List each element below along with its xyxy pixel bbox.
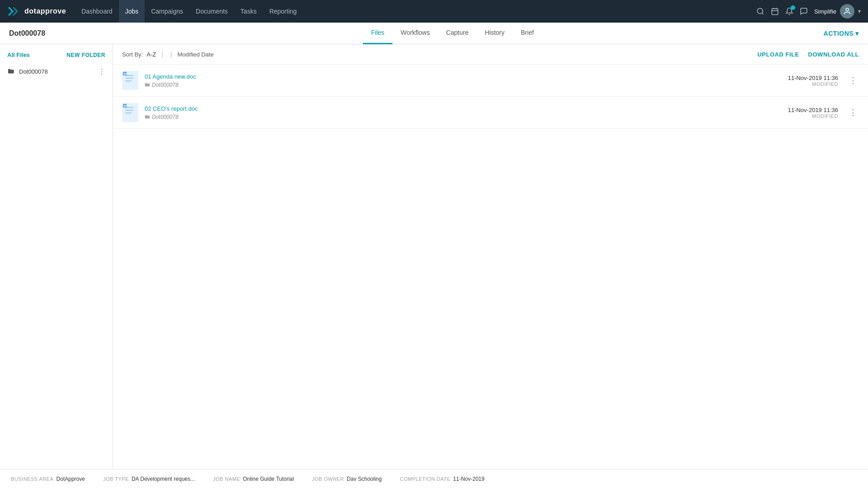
svg-rect-1 bbox=[772, 9, 778, 15]
file-folder-icon bbox=[145, 114, 150, 120]
nav-tasks[interactable]: Tasks bbox=[234, 0, 263, 23]
nav-reporting[interactable]: Reporting bbox=[263, 0, 303, 23]
file-area: Sort By: A-Z | | Modified Date UPLOAD FI… bbox=[113, 44, 868, 469]
sort-value[interactable]: A-Z bbox=[146, 51, 156, 58]
job-owner-label: JOB OWNER bbox=[312, 476, 344, 482]
calendar-button[interactable] bbox=[771, 7, 779, 15]
user-dropdown-icon[interactable]: ▾ bbox=[858, 8, 861, 14]
notification-badge bbox=[791, 5, 795, 10]
file-folder-name: Dot000078 bbox=[152, 82, 179, 88]
tab-capture[interactable]: Capture bbox=[438, 23, 477, 44]
toolbar-right: UPLOAD FILE DOWNLOAD ALL bbox=[757, 51, 859, 58]
footer-business-area: BUSINESS AREA DotApprove bbox=[11, 476, 85, 482]
file-list: W 01 Agenda new.doc Dot000078 bbox=[113, 65, 868, 129]
nav-right: Simplifie ▾ bbox=[756, 4, 861, 19]
file-doc-icon: W bbox=[122, 71, 138, 90]
user-area[interactable]: Simplifie ▾ bbox=[814, 4, 861, 19]
file-doc-icon: W bbox=[122, 103, 138, 122]
user-name: Simplifie bbox=[814, 8, 836, 15]
job-type-value: DA Development reques... bbox=[132, 476, 195, 482]
file-info: 01 Agenda new.doc Dot000078 bbox=[145, 73, 788, 88]
sidebar: All Files NEW FOLDER Dot000078 ⋮ bbox=[0, 44, 113, 469]
file-status: MODIFIED bbox=[788, 81, 838, 87]
business-area-label: BUSINESS AREA bbox=[11, 476, 54, 482]
file-meta: 11-Nov-2019 11:36 MODIFIED bbox=[788, 75, 838, 87]
footer-job-owner: JOB OWNER Dav Schooling bbox=[312, 476, 382, 482]
logo-area[interactable]: dotapprove bbox=[7, 6, 66, 17]
folder-icon bbox=[7, 68, 15, 76]
file-name[interactable]: 01 Agenda new.doc bbox=[145, 73, 788, 80]
business-area-value: DotApprove bbox=[57, 476, 85, 482]
file-info: 02 CEO's report.doc Dot000078 bbox=[145, 105, 788, 120]
sidebar-header: All Files NEW FOLDER bbox=[0, 52, 113, 64]
download-all-button[interactable]: DOWNLOAD ALL bbox=[808, 51, 859, 58]
nav-documents[interactable]: Documents bbox=[189, 0, 234, 23]
svg-point-0 bbox=[757, 8, 763, 14]
file-item[interactable]: W 01 Agenda new.doc Dot000078 bbox=[113, 65, 868, 97]
completion-date-label: COMPLETION DATE bbox=[400, 476, 450, 482]
nav-jobs[interactable]: Jobs bbox=[119, 0, 145, 23]
top-navigation: dotapprove Dashboard Jobs Campaigns Docu… bbox=[0, 0, 868, 23]
file-status: MODIFIED bbox=[788, 113, 838, 119]
sort-by-label: Sort By: bbox=[122, 51, 143, 58]
search-button[interactable] bbox=[756, 7, 764, 15]
upload-file-button[interactable]: UPLOAD FILE bbox=[757, 51, 799, 58]
new-folder-button[interactable]: NEW FOLDER bbox=[66, 52, 105, 58]
file-date: 11-Nov-2019 11:36 bbox=[788, 75, 838, 81]
modified-date-label[interactable]: Modified Date bbox=[177, 51, 213, 58]
app-name: dotapprove bbox=[24, 7, 66, 15]
folder-more-icon[interactable]: ⋮ bbox=[98, 67, 105, 76]
sidebar-folder-item[interactable]: Dot000078 ⋮ bbox=[0, 64, 113, 80]
notifications-button[interactable] bbox=[785, 7, 793, 15]
file-folder: Dot000078 bbox=[145, 82, 788, 88]
job-name-label: JOB NAME bbox=[213, 476, 240, 482]
tab-history[interactable]: History bbox=[476, 23, 513, 44]
svg-text:W: W bbox=[123, 104, 127, 108]
file-meta: 11-Nov-2019 11:36 MODIFIED bbox=[788, 107, 838, 119]
job-type-label: JOB TYPE bbox=[103, 476, 129, 482]
file-more-button[interactable]: ⋮ bbox=[847, 108, 859, 117]
tab-files[interactable]: Files bbox=[363, 23, 393, 44]
footer-completion-date: COMPLETION DATE 11-Nov-2019 bbox=[400, 476, 484, 482]
file-toolbar: Sort By: A-Z | | Modified Date UPLOAD FI… bbox=[113, 44, 868, 65]
job-owner-value: Dav Schooling bbox=[347, 476, 382, 482]
tab-workflows[interactable]: Workflows bbox=[392, 23, 438, 44]
svg-text:W: W bbox=[123, 72, 127, 75]
footer: BUSINESS AREA DotApprove JOB TYPE DA Dev… bbox=[0, 469, 868, 488]
job-title: Dot000078 bbox=[9, 29, 81, 38]
nav-dashboard[interactable]: Dashboard bbox=[75, 0, 119, 23]
tab-brief[interactable]: Brief bbox=[513, 23, 542, 44]
file-item[interactable]: W 02 CEO's report.doc Dot000078 bbox=[113, 97, 868, 129]
sort-divider-1: | bbox=[161, 51, 163, 58]
nav-campaigns[interactable]: Campaigns bbox=[145, 0, 189, 23]
sort-divider-2: | bbox=[170, 51, 172, 58]
logo-icon bbox=[7, 6, 21, 17]
nav-items: Dashboard Jobs Campaigns Documents Tasks… bbox=[75, 0, 756, 23]
job-name-value: Online Guide Tutorial bbox=[243, 476, 294, 482]
actions-button[interactable]: ACTIONS ▾ bbox=[824, 30, 859, 37]
chat-button[interactable] bbox=[800, 7, 808, 15]
footer-job-type: JOB TYPE DA Development reques... bbox=[103, 476, 195, 482]
footer-job-name: JOB NAME Online Guide Tutorial bbox=[213, 476, 294, 482]
main-content: All Files NEW FOLDER Dot000078 ⋮ Sort By… bbox=[0, 44, 868, 469]
sub-header: Dot000078 Files Workflows Capture Histor… bbox=[0, 23, 868, 44]
file-more-button[interactable]: ⋮ bbox=[847, 75, 859, 85]
user-avatar bbox=[840, 4, 854, 19]
file-folder-icon bbox=[145, 82, 150, 88]
all-files-label[interactable]: All Files bbox=[7, 52, 30, 58]
folder-name: Dot000078 bbox=[19, 68, 94, 75]
file-date: 11-Nov-2019 11:36 bbox=[788, 107, 838, 113]
completion-date-value: 11-Nov-2019 bbox=[453, 476, 484, 482]
file-name[interactable]: 02 CEO's report.doc bbox=[145, 105, 788, 112]
file-folder-name: Dot000078 bbox=[152, 114, 179, 120]
file-folder: Dot000078 bbox=[145, 114, 788, 120]
svg-point-2 bbox=[846, 8, 849, 11]
tab-navigation: Files Workflows Capture History Brief bbox=[81, 23, 824, 44]
